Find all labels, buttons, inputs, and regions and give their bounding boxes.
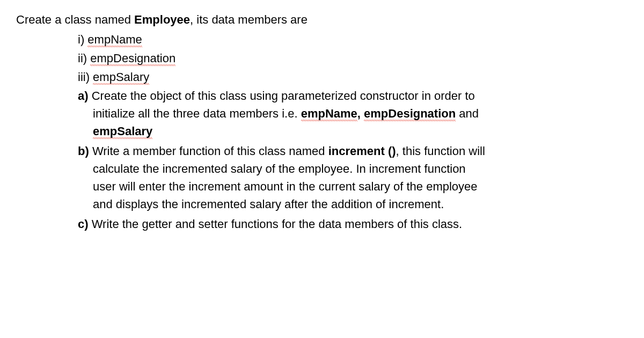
roman-item-1: i) empName: [78, 31, 628, 48]
roman-list: i) empName ii) empDesignation iii) empSa…: [16, 31, 628, 86]
alpha-a-line1: a) Create the object of this class using…: [78, 87, 628, 105]
intro-line: Create a class named Employee, its data …: [16, 11, 628, 28]
comma: ,: [357, 107, 364, 120]
emp-name-ref: empName: [301, 107, 357, 121]
emp-designation-ref: empDesignation: [364, 107, 456, 121]
roman-marker: ii): [78, 52, 90, 65]
alpha-marker: b): [78, 144, 92, 158]
alpha-marker: c): [78, 217, 92, 231]
alpha-b-line4: and displays the incremented salary afte…: [78, 195, 628, 213]
increment-func: increment (): [328, 144, 396, 158]
roman-item-2: ii) empDesignation: [78, 49, 628, 67]
alpha-a-line3: empSalary: [78, 122, 628, 140]
alpha-a-line2: initialize all the three data members i.…: [78, 105, 628, 122]
alpha-item-b: b) Write a member function of this class…: [78, 142, 628, 213]
alpha-list: a) Create the object of this class using…: [16, 87, 628, 233]
intro-suffix: , its data members are: [190, 13, 308, 26]
alpha-b-line3: user will enter the increment amount in …: [78, 178, 628, 195]
alpha-c-text: Write the getter and setter functions fo…: [92, 217, 462, 231]
alpha-marker: a): [78, 89, 92, 102]
alpha-b-line1: b) Write a member function of this class…: [78, 142, 628, 160]
class-name: Employee: [134, 13, 190, 26]
and-text: and: [456, 107, 479, 120]
roman-item-3: iii) empSalary: [78, 68, 628, 86]
intro-prefix: Create a class named: [16, 13, 134, 26]
alpha-a-text1: Create the object of this class using pa…: [92, 89, 475, 102]
alpha-b-text1: Write a member function of this class na…: [92, 144, 328, 158]
alpha-item-c: c) Write the getter and setter functions…: [78, 215, 628, 233]
data-member-name: empName: [87, 33, 142, 47]
data-member-name: empDesignation: [90, 52, 175, 66]
alpha-b-line2: calculate the incremented salary of the …: [78, 160, 628, 178]
data-member-name: empSalary: [93, 70, 149, 85]
roman-marker: iii): [78, 70, 93, 84]
alpha-b-text2: , this function will: [396, 144, 485, 158]
emp-salary-ref: empSalary: [93, 124, 152, 139]
roman-marker: i): [78, 33, 87, 46]
alpha-a-text2: initialize all the three data members i.…: [93, 107, 301, 120]
alpha-item-a: a) Create the object of this class using…: [78, 87, 628, 140]
